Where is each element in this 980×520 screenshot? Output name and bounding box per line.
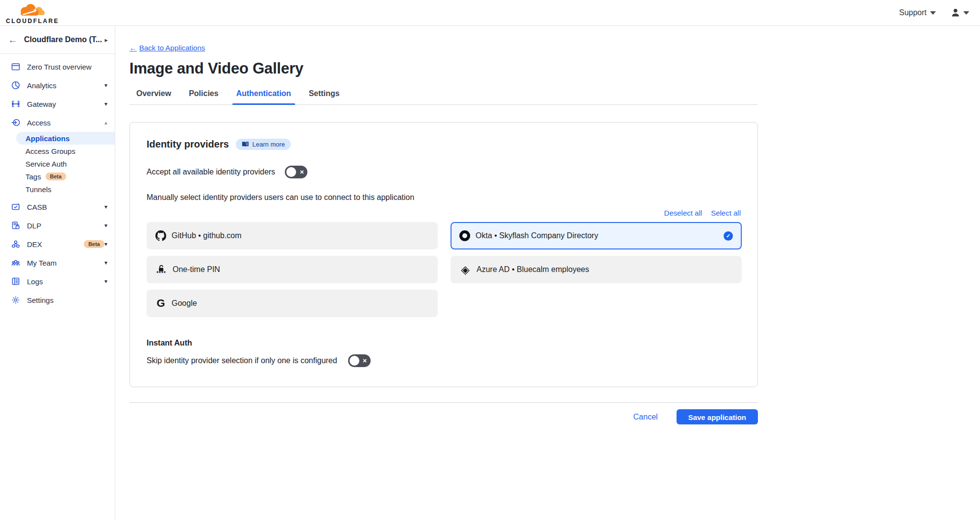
provider-name: One-time PIN [173,265,429,274]
sidebar-item-analytics[interactable]: Analytics ▾ [0,76,115,95]
account-name: Cloudflare Demo (T... [24,35,104,44]
select-all-link[interactable]: Select all [711,209,741,217]
identity-providers-heading: Identity providers [147,139,229,150]
sidebar-item-label: DLP [27,222,104,230]
cloudflare-cloud-icon [17,2,47,19]
sidebar-item-label: Tags [25,173,41,181]
page-title: Image and Video Gallery [129,60,758,77]
provider-name: Azure AD • Bluecalm employees [477,265,733,274]
provider-tile-azure-ad[interactable]: ◈ Azure AD • Bluecalm employees [451,256,742,283]
sidebar-item-tunnels[interactable]: Tunnels [0,183,115,196]
sidebar-item-label: Settings [27,296,107,304]
sidebar-item-gateway[interactable]: Gateway ▾ [0,95,115,113]
caret-down-icon[interactable]: ▾ [104,278,107,285]
empty-grid-cell [451,290,742,317]
instant-auth-heading: Instant Auth [147,339,741,347]
toggle-knob [286,167,296,177]
footer-actions: Cancel Save application [129,409,758,424]
network-icon [10,239,21,249]
support-menu[interactable]: Support [899,8,936,17]
cloudflare-logo[interactable]: CLOUDFLARE [0,2,59,25]
sidebar-item-casb[interactable]: CASB ▾ [0,198,115,216]
sidebar-item-tags[interactable]: Tags Beta [0,170,115,183]
sidebar-item-zero-trust-overview[interactable]: Zero Trust overview [0,57,115,76]
sidebar-item-applications[interactable]: Applications [16,132,115,145]
sidebar-item-label: Tunnels [25,185,51,194]
sidebar-item-settings[interactable]: Settings [0,291,115,309]
caret-down-icon [963,11,969,15]
instant-auth-toggle[interactable]: ✕ [348,354,371,367]
tab-settings[interactable]: Settings [309,89,340,104]
beta-badge: Beta [84,240,104,248]
caret-down-icon[interactable]: ▾ [104,241,107,248]
accept-all-label: Accept all available identity providers [147,168,275,176]
provider-grid: GitHub • github.com Okta • Skyflash Comp… [147,222,741,317]
provider-name: Google [172,299,429,308]
save-application-button[interactable]: Save application [677,409,758,424]
deselect-all-link[interactable]: Deselect all [664,209,703,217]
back-arrow-icon[interactable]: ← [8,35,18,45]
sidebar-item-label: Logs [27,277,104,286]
chevron-right-icon[interactable]: ▸ [104,36,108,44]
sidebar-item-label: My Team [27,259,104,267]
sidebar-item-label: CASB [27,203,104,211]
beta-badge: Beta [46,173,66,180]
user-menu[interactable] [951,8,969,18]
sidebar-item-access[interactable]: Access ▴ [0,113,115,132]
caret-down-icon[interactable]: ▾ [104,100,107,107]
document-lock-icon [10,221,21,231]
account-switcher[interactable]: ← Cloudflare Demo (T... ▸ [0,26,115,54]
access-subnav: Applications Access Groups Service Auth … [0,132,115,196]
sidebar-item-access-groups[interactable]: Access Groups [0,145,115,157]
selected-check-icon: ✓ [724,231,733,241]
learn-more-label: Learn more [252,141,285,148]
back-to-applications-link[interactable]: ← Back to Applications [129,44,205,52]
tab-bar: Overview Policies Authentication Setting… [129,89,758,105]
pie-chart-icon [10,80,21,91]
sidebar-item-label: Analytics [27,81,104,90]
caret-up-icon[interactable]: ▴ [104,119,107,126]
sidebar-item-dlp[interactable]: DLP ▾ [0,216,115,235]
gear-icon [10,295,21,305]
close-icon: ✕ [300,169,304,175]
cancel-button[interactable]: Cancel [633,413,658,421]
identity-providers-card: Identity providers Learn more Accept all… [129,122,758,387]
sidebar-item-logs[interactable]: Logs ▾ [0,272,115,291]
main-content: ← Back to Applications Image and Video G… [115,26,980,520]
sidebar: ← Cloudflare Demo (T... ▸ Zero Trust ove… [0,26,115,520]
topbar: CLOUDFLARE Support [0,0,980,26]
topbar-right: Support [899,8,980,18]
caret-down-icon[interactable]: ▾ [104,222,107,229]
learn-more-badge[interactable]: Learn more [236,139,291,150]
back-link-label: Back to Applications [139,44,205,52]
google-icon: G [155,297,166,310]
tab-overview[interactable]: Overview [136,89,171,104]
people-icon [10,258,21,268]
tab-policies[interactable]: Policies [189,89,218,104]
sidebar-item-label: Gateway [27,100,104,108]
cloudflare-wordmark: CLOUDFLARE [6,18,59,25]
accept-all-toggle[interactable]: ✕ [285,166,307,178]
caret-down-icon [930,11,936,15]
caret-down-icon[interactable]: ▾ [104,82,107,89]
sidebar-item-dex[interactable]: DEX Beta ▾ [0,235,115,253]
instant-auth-label: Skip identity provider selection if only… [147,356,337,365]
sidebar-item-label: DEX [27,240,84,248]
provider-tile-google[interactable]: G Google [147,290,438,317]
caret-down-icon[interactable]: ▾ [104,259,107,266]
gateway-icon [10,99,21,109]
azure-ad-icon: ◈ [459,263,471,276]
caret-down-icon[interactable]: ▾ [104,203,107,210]
tab-authentication[interactable]: Authentication [236,89,291,104]
close-icon: ✕ [362,358,367,364]
sidebar-item-label: Applications [25,134,70,143]
sidebar-item-service-auth[interactable]: Service Auth [0,157,115,170]
provider-tile-one-time-pin[interactable]: **** One-time PIN [147,256,438,283]
sidebar-item-my-team[interactable]: My Team ▾ [0,253,115,272]
provider-tile-github[interactable]: GitHub • github.com [147,222,438,249]
sidebar-item-label: Access Groups [25,147,75,155]
book-icon [242,141,249,148]
logs-icon [10,276,21,287]
okta-icon [459,230,470,241]
provider-tile-okta[interactable]: Okta • Skyflash Company Directory ✓ [451,222,742,249]
